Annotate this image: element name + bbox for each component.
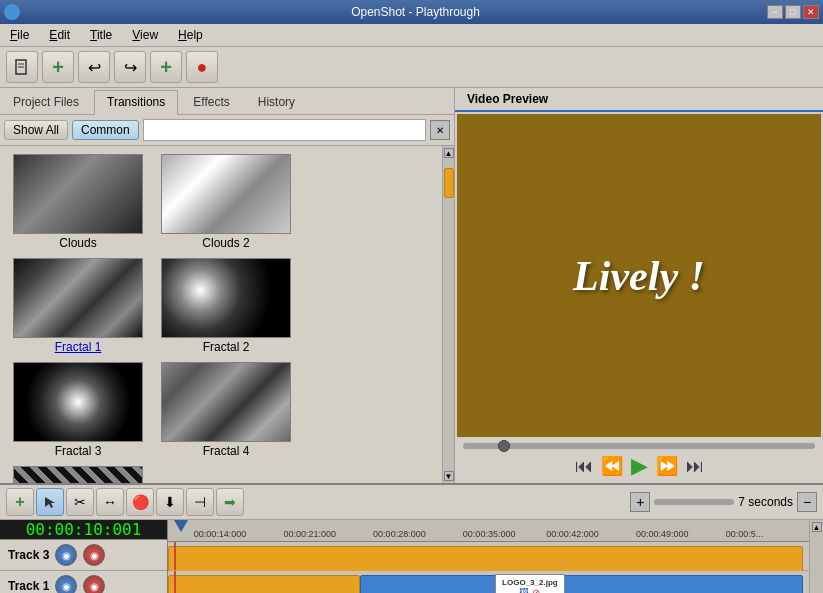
undo-button[interactable]: ↩	[78, 51, 110, 83]
timeline-main: 00:00:10:001 Track 3 ◉ ◉ Track 1 ◉ ◉ Tra…	[0, 520, 823, 593]
transition-fractal1-label: Fractal 1	[55, 340, 102, 354]
select-tool-button[interactable]	[36, 488, 64, 516]
menu-edit[interactable]: Edit	[43, 26, 76, 44]
track-label-track3: Track 3 ◉ ◉	[0, 540, 167, 571]
panel-tabs: Project Files Transitions Effects Histor…	[0, 88, 454, 115]
track1-lock-button[interactable]: ◉	[55, 575, 77, 593]
playhead-line-track1	[174, 571, 176, 593]
grid-scrollbar[interactable]: ▲ ▼	[442, 146, 454, 483]
track1-clip-blue[interactable]	[360, 575, 802, 593]
add-clip-tool-button[interactable]: +	[6, 488, 34, 516]
thumbnail-grid: Clouds Clouds 2 Fractal 1 Fractal 2 Frac…	[0, 146, 442, 483]
menu-file[interactable]: File	[4, 26, 35, 44]
transition-clouds[interactable]: Clouds	[8, 154, 148, 250]
timeline-vscrollbar[interactable]: ▲ ▼	[809, 520, 823, 593]
snap-tool-button[interactable]: 🔴	[126, 488, 154, 516]
zoom-control: + 7 seconds −	[630, 492, 817, 512]
track-label-track1: Track 1 ◉ ◉	[0, 571, 167, 593]
rewind-button[interactable]: ⏪	[601, 455, 623, 477]
zoom-slider[interactable]	[654, 499, 734, 505]
track3-lock-button[interactable]: ◉	[55, 544, 77, 566]
ruler-mark-1: 00:00:14:000	[194, 529, 247, 539]
video-content-text: Lively !	[573, 252, 705, 300]
rewind-to-start-button[interactable]: ⏮	[575, 456, 593, 477]
transition-fractal3[interactable]: Fractal 3	[8, 362, 148, 458]
maximize-button[interactable]: □	[785, 5, 801, 19]
scroll-thumb[interactable]	[444, 168, 454, 198]
play-button[interactable]: ▶	[631, 453, 648, 479]
titlebar-controls: − □ ✕	[767, 5, 819, 19]
minimize-button[interactable]: −	[767, 5, 783, 19]
transition-partial[interactable]	[8, 466, 148, 483]
tab-project-files[interactable]: Project Files	[0, 90, 92, 114]
seek-bar[interactable]	[463, 443, 815, 449]
align-tool-button[interactable]: ➡	[216, 488, 244, 516]
toolbar: + ↩ ↪ + ●	[0, 47, 823, 88]
search-input[interactable]	[143, 119, 426, 141]
timeline-toolbar: + ✂ ↔ 🔴 ⬇ ⊣ ➡ + 7 seconds −	[0, 485, 823, 520]
playhead-line-track3	[174, 542, 176, 569]
scroll-down-arrow[interactable]: ▼	[444, 471, 454, 481]
transition-fractal2[interactable]: Fractal 2	[156, 258, 296, 354]
logo-clip-photo-icon: 🖼	[519, 587, 529, 593]
ruler-mark-2: 00:00:21:000	[283, 529, 336, 539]
timeline-area: + ✂ ↔ 🔴 ⬇ ⊣ ➡ + 7 seconds − 00:00:10:001…	[0, 483, 823, 593]
menu-title[interactable]: Title	[84, 26, 118, 44]
transition-fractal4[interactable]: Fractal 4	[156, 362, 296, 458]
ruler-mark-7: 00:00:5...	[726, 529, 764, 539]
zoom-out-button[interactable]: −	[797, 492, 817, 512]
tab-effects[interactable]: Effects	[180, 90, 242, 114]
track1-row: LOGO_3_2.jpg 🖼 ⊘	[168, 571, 809, 593]
timeline-scroll-up[interactable]: ▲	[812, 522, 822, 532]
transition-clouds2-label: Clouds 2	[202, 236, 249, 250]
record-button[interactable]: ●	[186, 51, 218, 83]
move-tool-button[interactable]: ↔	[96, 488, 124, 516]
new-project-button[interactable]	[6, 51, 38, 83]
common-filter-button[interactable]: Common	[72, 120, 139, 140]
track3-visibility-button[interactable]: ◉	[83, 544, 105, 566]
fast-forward-button[interactable]: ⏩	[656, 455, 678, 477]
track1-visibility-button[interactable]: ◉	[83, 575, 105, 593]
ruler-mark-4: 00:00:35:000	[463, 529, 516, 539]
video-display: Lively !	[457, 114, 821, 437]
svg-marker-3	[45, 497, 55, 508]
add-track-button[interactable]: +	[150, 51, 182, 83]
titlebar-title: OpenShot - Playthrough	[351, 5, 480, 19]
scroll-up-arrow[interactable]: ▲	[444, 148, 454, 158]
zoom-label: 7 seconds	[738, 495, 793, 509]
tab-transitions[interactable]: Transitions	[94, 90, 178, 115]
ruler-mark-6: 00:00:49:000	[636, 529, 689, 539]
transition-clouds2[interactable]: Clouds 2	[156, 154, 296, 250]
track3-name: Track 3	[8, 548, 49, 562]
import-tool-button[interactable]: ⬇	[156, 488, 184, 516]
seek-thumb[interactable]	[498, 440, 510, 452]
clear-search-button[interactable]: ✕	[430, 120, 450, 140]
ruler-mark-3: 00:00:28:000	[373, 529, 426, 539]
logo-clip[interactable]: LOGO_3_2.jpg 🖼 ⊘	[495, 574, 565, 593]
playback-buttons: ⏮ ⏪ ▶ ⏩ ⏭	[459, 453, 819, 479]
transition-fractal4-label: Fractal 4	[203, 444, 250, 458]
cut-tool-button[interactable]: ✂	[66, 488, 94, 516]
split-tool-button[interactable]: ⊣	[186, 488, 214, 516]
track-content: 00:00:14:000 00:00:21:000 00:00:28:000 0…	[168, 520, 809, 593]
redo-button[interactable]: ↪	[114, 51, 146, 83]
titlebar: OpenShot - Playthrough − □ ✕	[0, 0, 823, 24]
tab-history[interactable]: History	[245, 90, 308, 114]
add-files-button[interactable]: +	[42, 51, 74, 83]
menu-view[interactable]: View	[126, 26, 164, 44]
timeline-ruler: 00:00:14:000 00:00:21:000 00:00:28:000 0…	[168, 520, 809, 542]
timecode-display: 00:00:10:001	[0, 520, 167, 540]
menu-help[interactable]: Help	[172, 26, 209, 44]
close-button[interactable]: ✕	[803, 5, 819, 19]
menubar: File Edit Title View Help	[0, 24, 823, 47]
track-labels: 00:00:10:001 Track 3 ◉ ◉ Track 1 ◉ ◉ Tra…	[0, 520, 168, 593]
track3-row	[168, 542, 809, 570]
seek-bar-row	[459, 443, 819, 449]
transition-fractal1[interactable]: Fractal 1	[8, 258, 148, 354]
fast-forward-end-button[interactable]: ⏭	[686, 456, 704, 477]
zoom-in-button[interactable]: +	[630, 492, 650, 512]
track1-clip-orange[interactable]	[168, 575, 360, 593]
transition-fractal3-label: Fractal 3	[55, 444, 102, 458]
show-all-button[interactable]: Show All	[4, 120, 68, 140]
left-panel: Project Files Transitions Effects Histor…	[0, 88, 455, 483]
